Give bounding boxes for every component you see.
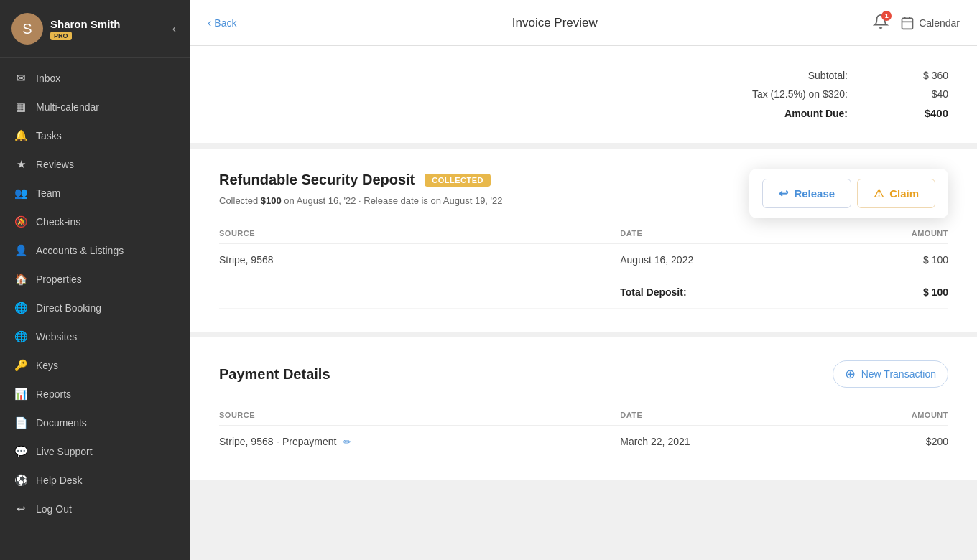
new-transaction-label: New Transaction [861,368,936,380]
log-out-icon: ↩ [14,503,27,515]
claim-button[interactable]: ⚠ Claim [857,179,935,208]
payment-source: Stripe, 9568 - Prepayment ✏ [219,426,620,458]
team-icon: 👥 [14,187,27,200]
sidebar-item-reports[interactable]: 📊 Reports [0,380,190,409]
sidebar-item-label: Keys [36,360,58,371]
keys-icon: 🔑 [14,359,27,372]
sidebar-item-label: Team [36,187,60,199]
sidebar-item-websites[interactable]: 🌐 Websites [0,322,190,351]
amount-due-value: $400 [891,107,948,119]
claim-icon: ⚠ [874,187,884,200]
direct-booking-icon: 🌐 [14,302,27,314]
main-content: ‹ Back Invoice Preview 1 Calenda [190,0,977,560]
sidebar-item-log-out[interactable]: ↩ Log Out [0,495,190,523]
sidebar-item-label: Log Out [36,503,72,515]
calendar-grid-icon: ▦ [14,101,27,113]
sidebar-item-live-support[interactable]: 💬 Live Support [0,437,190,466]
sidebar-item-label: Reports [36,388,71,400]
sidebar-item-label: Help Desk [36,475,83,486]
release-icon: ↩ [779,187,788,200]
invoice-summary: Subtotal: $ 360 Tax (12.5%) on $320: $40… [190,46,977,143]
deposit-amount-cell: $ 100 [802,244,948,276]
sidebar-item-check-ins[interactable]: 🔕 Check-ins [0,207,190,236]
sidebar-item-direct-booking[interactable]: 🌐 Direct Booking [0,294,190,322]
deposit-col-amount: AMOUNT [802,223,948,244]
sidebar-item-team[interactable]: 👥 Team [0,179,190,207]
amount-due-row: Amount Due: $400 [219,103,948,123]
sidebar-item-documents[interactable]: 📄 Documents [0,409,190,437]
deposit-amount: $100 [261,195,282,206]
subtotal-label: Subtotal: [690,70,848,81]
sidebar-item-inbox[interactable]: ✉ Inbox [0,64,190,93]
payment-header: Payment Details ⊕ New Transaction [219,360,948,388]
deposit-source: Stripe, 9568 [219,244,620,276]
notification-button[interactable]: 1 [873,14,889,32]
tax-value: $40 [891,88,948,100]
sidebar-collapse-button[interactable]: ‹ [170,19,179,38]
sidebar-item-keys[interactable]: 🔑 Keys [0,351,190,380]
sidebar-header: S Sharon Smith PRO ‹ [0,0,190,58]
avatar: S [11,13,43,45]
tasks-icon: 🔔 [14,129,27,142]
websites-icon: 🌐 [14,330,27,343]
release-label: Release [794,187,835,200]
page-title: Invoice Preview [512,16,598,30]
payment-col-date: DATE [620,405,802,426]
sidebar-item-label: Documents [36,417,87,429]
sidebar-item-properties[interactable]: 🏠 Properties [0,265,190,294]
svg-rect-0 [902,18,913,29]
sidebar-item-label: Direct Booking [36,302,101,314]
deposit-total-row: Total Deposit: $ 100 [219,276,948,309]
content-area: Subtotal: $ 360 Tax (12.5%) on $320: $40… [190,46,977,560]
documents-icon: 📄 [14,416,27,429]
payment-col-amount: AMOUNT [802,405,948,426]
payment-title: Payment Details [219,366,330,383]
new-transaction-button[interactable]: ⊕ New Transaction [833,360,948,388]
payment-amount: $200 [802,426,948,458]
sidebar-item-accounts-listings[interactable]: 👤 Accounts & Listings [0,236,190,265]
claim-label: Claim [889,187,919,200]
sidebar-item-multi-calendar[interactable]: ▦ Multi-calendar [0,93,190,121]
deposit-date: August 16, 2022 [620,244,802,276]
topbar-right: 1 Calendar [873,14,960,32]
sidebar-item-label: Multi-calendar [36,101,99,113]
table-row: Stripe, 9568 August 16, 2022 $ 100 [219,244,948,276]
user-info: Sharon Smith PRO [50,18,121,40]
sidebar-item-reviews[interactable]: ★ Reviews [0,150,190,179]
deposit-title: Refundable Security Deposit [219,172,415,188]
back-chevron-icon: ‹ [208,17,211,29]
tax-label: Tax (12.5%) on $320: [690,88,848,100]
deposit-col-source: SOURCE [219,223,620,244]
help-desk-icon: ⚽ [14,474,27,487]
deposit-section: ↩ Release ⚠ Claim Refundable Security De… [190,149,977,332]
topbar: ‹ Back Invoice Preview 1 Calenda [190,0,977,46]
tax-row: Tax (12.5%) on $320: $40 [219,85,948,103]
payment-table: SOURCE DATE AMOUNT Stripe, 9568 - Prepay… [219,405,948,457]
sidebar-item-tasks[interactable]: 🔔 Tasks [0,121,190,150]
sidebar-item-label: Accounts & Listings [36,245,124,256]
deposit-total-spacer [219,276,620,309]
release-button[interactable]: ↩ Release [762,179,851,208]
sidebar-user: S Sharon Smith PRO [11,13,121,45]
topbar-left: ‹ Back [208,17,236,29]
edit-icon[interactable]: ✏ [343,437,351,447]
plus-circle-icon: ⊕ [845,366,856,382]
sidebar-item-label: Inbox [36,73,60,84]
sidebar-item-label: Reviews [36,159,74,170]
back-label: Back [214,17,236,29]
back-button[interactable]: ‹ Back [208,17,236,29]
pro-badge: PRO [50,32,72,40]
live-support-icon: 💬 [14,445,27,458]
deposit-total-value: $ 100 [802,276,948,309]
subtotal-row: Subtotal: $ 360 [219,66,948,85]
sidebar-item-help-desk[interactable]: ⚽ Help Desk [0,466,190,495]
reports-icon: 📊 [14,388,27,401]
subtotal-value: $ 360 [891,70,948,81]
deposit-col-date: DATE [620,223,802,244]
calendar-button[interactable]: Calendar [900,16,960,30]
check-ins-icon: 🔕 [14,215,27,228]
notification-badge: 1 [881,11,892,21]
amount-due-label: Amount Due: [690,108,848,119]
inbox-icon: ✉ [14,72,27,85]
sidebar-item-label: Websites [36,331,77,342]
